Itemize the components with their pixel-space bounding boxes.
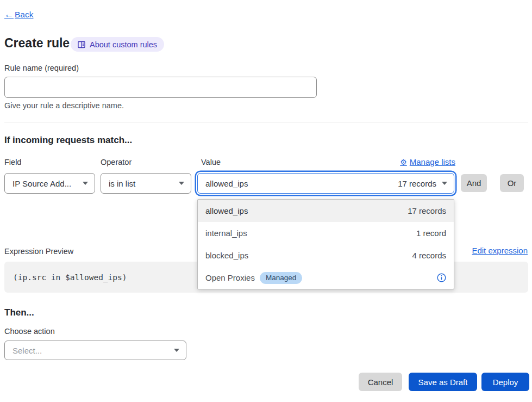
managed-badge: Managed [260,272,302,284]
list-item-name: Open Proxies [205,273,255,282]
expression-code: (ip.src in $allowed_ips) [13,273,127,282]
section-divider [4,122,528,122]
operator-select[interactable]: is in list [101,173,191,194]
chevron-down-icon [83,182,88,185]
list-item-records: 17 records [408,206,446,215]
list-item-records: 1 record [416,228,446,238]
about-badge-label: About custom rules [90,40,157,49]
value-select-value: allowed_ips [205,179,398,188]
rule-name-label: Rule name (required) [4,64,79,72]
page-title: Create rule [4,36,70,51]
cancel-button[interactable]: Cancel [359,373,402,391]
list-item[interactable]: internal_ips 1 record [198,222,454,244]
manage-lists-link[interactable]: ⚙ Manage lists [400,157,455,166]
rule-name-input[interactable] [4,77,317,98]
back-link[interactable]: ←Back [4,9,33,20]
field-select-value: IP Source Add... [12,179,77,188]
value-select-records: 17 records [398,179,436,188]
about-custom-rules-link[interactable]: About custom rules [71,37,164,52]
book-icon [78,41,85,48]
field-label: Field [4,158,21,166]
match-section-heading: If incoming requests match... [4,135,132,146]
chevron-down-icon [179,182,184,185]
list-item-name: allowed_ips [205,206,248,215]
operator-select-value: is in list [109,179,173,188]
list-item[interactable]: blocked_ips 4 records [198,244,454,267]
edit-expression-link[interactable]: Edit expression [472,246,528,255]
list-item[interactable]: allowed_ips 17 records [198,200,454,222]
info-icon[interactable] [437,273,446,282]
action-select-placeholder: Select... [12,346,168,355]
back-arrow-icon: ← [4,9,14,20]
value-label: Value [201,158,221,166]
or-button[interactable]: Or [500,174,524,192]
list-item[interactable]: Open Proxies Managed [198,267,454,289]
list-item-name: internal_ips [205,228,247,238]
value-dropdown-menu: allowed_ips 17 records internal_ips 1 re… [197,199,454,289]
chevron-down-icon [442,182,447,185]
expression-preview-label: Expression Preview [4,247,73,256]
create-rule-page: ←Back Create rule About custom rules Rul… [0,0,532,402]
list-item-name: blocked_ips [205,251,248,260]
field-select[interactable]: IP Source Add... [4,173,95,194]
manage-lists-label: Manage lists [410,157,455,166]
then-section-heading: Then... [4,307,34,318]
choose-action-label: Choose action [4,327,55,336]
deploy-button[interactable]: Deploy [481,373,529,391]
back-link-label: Back [15,10,33,20]
operator-label: Operator [101,158,132,166]
save-as-draft-button[interactable]: Save as Draft [409,373,477,391]
list-item-records: 4 records [412,251,446,260]
rule-name-helper: Give your rule a descriptive name. [4,101,124,110]
and-button[interactable]: And [461,174,487,192]
action-select[interactable]: Select... [4,341,186,360]
chevron-down-icon [174,349,179,352]
gear-icon: ⚙ [400,158,407,166]
value-select[interactable]: allowed_ips 17 records [197,173,454,194]
